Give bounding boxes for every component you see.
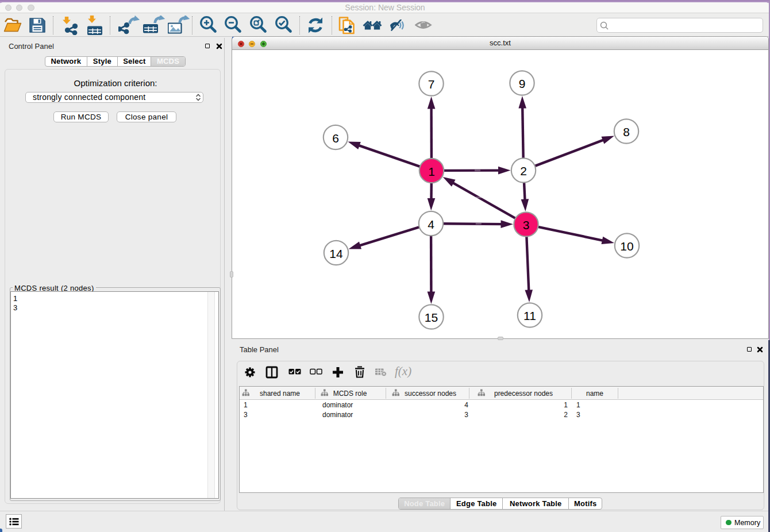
svg-text:8: 8 [623,125,630,138]
svg-text:9: 9 [519,77,526,90]
svg-text:7: 7 [428,78,435,91]
svg-text:1: 1 [428,165,435,178]
svg-text:14: 14 [329,247,343,260]
svg-text:15: 15 [425,311,438,324]
svg-text:11: 11 [523,309,536,322]
svg-text:6: 6 [332,132,339,145]
svg-text:2: 2 [520,164,527,178]
svg-text:4: 4 [428,218,434,231]
svg-text:3: 3 [523,218,530,232]
svg-text:10: 10 [620,240,633,253]
